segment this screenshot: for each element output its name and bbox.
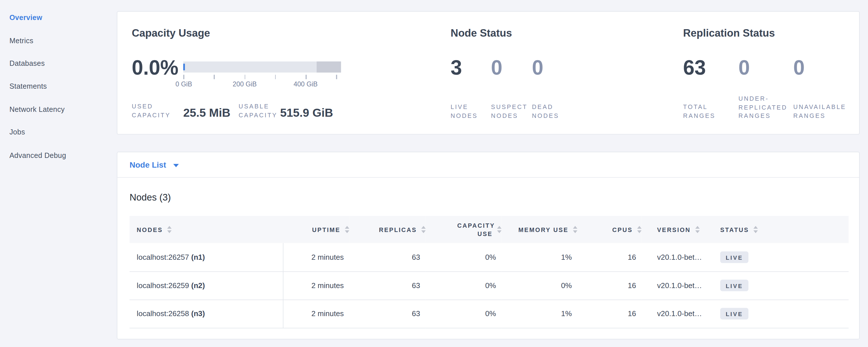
column-header-uptime[interactable]: UPTIME (283, 216, 349, 243)
table-row: localhost:26258 (n3) 2 minutes 63 0% 1% … (129, 299, 848, 328)
status-badge: LIVE (720, 251, 748, 263)
memory-use-cell: 1% (502, 243, 578, 272)
capacity-use-cell: 0% (426, 299, 501, 328)
memory-use-cell: 0% (502, 271, 578, 299)
column-header-memory-use[interactable]: MEMORY USE (502, 216, 578, 243)
capacity-usage-section: Capacity Usage 0.0% 0 GiB 200 GiB 400 Gi… (132, 12, 442, 135)
axis-tick (183, 75, 184, 79)
column-header-nodes[interactable]: NODES (129, 216, 283, 243)
sidebar-item-network-latency[interactable]: Network Latency (0, 98, 117, 121)
unavailable-ranges-label: UNAVAILABLE RANGES (793, 103, 850, 120)
used-capacity-label: USED CAPACITY (132, 102, 169, 120)
node-status-title: Node Status (451, 27, 512, 39)
column-label: STATUS (720, 226, 749, 233)
total-ranges-label: TOTAL RANGES (683, 103, 722, 120)
sort-icon (497, 226, 501, 233)
column-label: VERSION (657, 226, 691, 233)
capacity-usage-title: Capacity Usage (132, 27, 210, 39)
node-status-section: Node Status 3 0 0 LIVE NODES SUSPECT NOD… (451, 12, 650, 135)
axis-tick (214, 75, 215, 79)
status-cell: LIVE (720, 271, 848, 299)
sort-icon (695, 226, 700, 233)
node-address: localhost:26258 (137, 310, 189, 318)
version-cell: v20.1.0-bet… (642, 271, 720, 299)
replicas-cell: 63 (349, 299, 426, 328)
sidebar-item-statements[interactable]: Statements (0, 75, 117, 98)
column-header-cpus[interactable]: CPUS (578, 216, 642, 243)
column-label: MEMORY USE (519, 226, 568, 233)
sidebar-item-overview[interactable]: Overview (0, 6, 117, 29)
node-id: (n1) (191, 253, 205, 261)
replication-status-section: Replication Status 63 0 0 TOTAL RANGES U… (683, 12, 860, 135)
node-address-cell[interactable]: localhost:26257 (n1) (129, 243, 283, 272)
column-label: CPUS (612, 226, 633, 233)
table-title: Nodes (3) (129, 192, 171, 203)
sort-icon (421, 226, 426, 233)
column-header-capacity-use[interactable]: CAPACITY USE (426, 216, 501, 243)
cpus-cell: 16 (578, 299, 642, 328)
sort-icon (573, 226, 577, 233)
axis-tick (245, 75, 245, 79)
table-row: localhost:26259 (n2) 2 minutes 63 0% 0% … (129, 271, 848, 299)
node-address-cell[interactable]: localhost:26259 (n2) (129, 271, 283, 299)
sort-icon (753, 226, 757, 233)
column-label: NODES (137, 226, 163, 233)
axis-tick (305, 75, 306, 79)
view-selector-dropdown[interactable]: Node List (117, 152, 859, 178)
column-label: UPTIME (312, 226, 340, 233)
node-address-cell[interactable]: localhost:26258 (n3) (129, 299, 283, 328)
capacity-bar-other-segment (317, 62, 341, 73)
axis-tick-label: 0 GiB (167, 81, 200, 88)
node-list-panel: Node List Nodes (3) NODES UPTIME REPLICA… (117, 152, 860, 339)
sidebar-item-jobs[interactable]: Jobs (0, 121, 117, 144)
node-id: (n2) (191, 281, 205, 289)
memory-use-cell: 1% (502, 299, 578, 328)
column-header-version[interactable]: VERSION (642, 216, 720, 243)
column-label: CAPACITY USE (457, 221, 493, 238)
replication-status-title: Replication Status (683, 27, 775, 39)
capacity-use-cell: 0% (426, 271, 501, 299)
cpus-cell: 16 (578, 243, 642, 272)
cluster-summary-panel: Capacity Usage 0.0% 0 GiB 200 GiB 400 Gi… (117, 11, 860, 135)
capacity-bar-chart: 0 GiB 200 GiB 400 GiB (183, 62, 341, 73)
status-badge: LIVE (720, 280, 748, 291)
under-replicated-ranges-label: UNDER-REPLICATED RANGES (739, 95, 789, 120)
replicas-cell: 63 (349, 243, 426, 272)
view-selector-label: Node List (129, 160, 166, 169)
sidebar: Overview Metrics Databases Statements Ne… (0, 0, 117, 347)
under-replicated-ranges-value: 0 (739, 58, 750, 78)
node-address: localhost:26257 (137, 253, 189, 261)
capacity-use-cell: 0% (426, 243, 501, 272)
capacity-bar-used-marker (183, 64, 185, 70)
nodes-table: NODES UPTIME REPLICAS CAPACITY USE MEMOR… (129, 216, 848, 328)
live-nodes-label: LIVE NODES (451, 103, 484, 120)
sort-icon (345, 226, 349, 233)
sidebar-item-databases[interactable]: Databases (0, 52, 117, 75)
capacity-used-percent: 0.0% (132, 58, 179, 78)
capacity-bar (183, 62, 341, 73)
sort-icon (637, 226, 642, 233)
usable-capacity-value: 515.9 GiB (280, 106, 333, 120)
sidebar-item-advanced-debug[interactable]: Advanced Debug (0, 144, 117, 166)
version-cell: v20.1.0-bet… (642, 299, 720, 328)
column-header-status[interactable]: STATUS (720, 216, 848, 243)
table-header-row: NODES UPTIME REPLICAS CAPACITY USE MEMOR… (129, 216, 848, 243)
table-row: localhost:26257 (n1) 2 minutes 63 0% 1% … (129, 243, 848, 272)
node-id: (n3) (191, 310, 205, 318)
column-header-replicas[interactable]: REPLICAS (349, 216, 426, 243)
replicas-cell: 63 (349, 271, 426, 299)
status-cell: LIVE (720, 243, 848, 272)
version-cell: v20.1.0-bet… (642, 243, 720, 272)
uptime-cell: 2 minutes (283, 299, 349, 328)
chevron-down-icon (173, 164, 179, 167)
axis-tick (275, 75, 276, 79)
sort-icon (167, 226, 172, 233)
axis-tick-label: 400 GiB (289, 81, 322, 88)
axis-tick (336, 75, 337, 79)
column-label: REPLICAS (379, 226, 417, 233)
live-nodes-value: 3 (451, 58, 462, 78)
status-cell: LIVE (720, 299, 848, 328)
sidebar-item-metrics[interactable]: Metrics (0, 29, 117, 52)
cpus-cell: 16 (578, 271, 642, 299)
suspect-nodes-label: SUSPECT NODES (491, 103, 531, 120)
